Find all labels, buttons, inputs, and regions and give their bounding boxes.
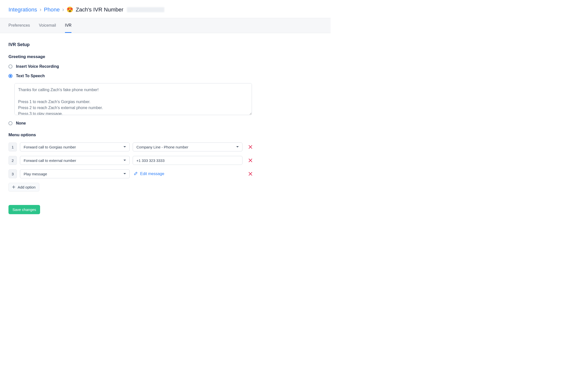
greeting-heading: Greeting message <box>8 54 255 59</box>
menu-action-select[interactable]: Forward call to Gorgias number <box>20 142 130 152</box>
delete-row-button[interactable] <box>248 158 252 162</box>
caret-down-icon <box>123 160 126 161</box>
tts-textarea[interactable] <box>14 83 252 115</box>
menu-digit: 3 <box>8 169 17 178</box>
menu-digit: 2 <box>8 156 17 165</box>
add-option-label: Add option <box>18 185 35 189</box>
greeting-radio-recording[interactable] <box>8 64 12 68</box>
breadcrumb-integrations-link[interactable]: Integrations <box>8 7 37 12</box>
caret-down-icon <box>236 146 239 148</box>
caret-down-icon <box>123 146 126 148</box>
caret-down-icon <box>123 173 126 174</box>
pencil-icon <box>134 172 138 176</box>
save-changes-button[interactable]: Save changes <box>8 205 40 214</box>
menu-action-select[interactable]: Play message <box>20 169 130 178</box>
add-option-button[interactable]: Add option <box>8 183 39 192</box>
redacted-phone-number <box>127 7 164 12</box>
greeting-radio-none-label[interactable]: None <box>16 121 26 126</box>
menu-heading: Menu options <box>8 132 255 138</box>
heart-eyes-emoji-icon: 😍 <box>66 7 73 12</box>
menu-action-select[interactable]: Forward call to external number <box>20 156 130 165</box>
menu-action-value: Forward call to external number <box>24 158 76 163</box>
greeting-radio-tts[interactable] <box>8 74 12 78</box>
breadcrumb-phone-link[interactable]: Phone <box>44 7 60 12</box>
menu-action-value: Play message <box>24 172 47 176</box>
menu-action-value: Forward call to Gorgias number <box>24 145 76 149</box>
menu-digit: 1 <box>8 142 17 152</box>
menu-target-select[interactable]: Company Line - Phone number <box>133 142 242 152</box>
plus-icon <box>12 185 15 189</box>
breadcrumb-title: Zach's IVR Number <box>76 7 123 12</box>
breadcrumb: Integrations › Phone › 😍 Zach's IVR Numb… <box>0 0 331 18</box>
greeting-radio-recording-label[interactable]: Insert Voice Recording <box>16 64 59 69</box>
edit-message-link[interactable]: Edit message <box>134 172 164 176</box>
breadcrumb-separator: › <box>39 7 41 12</box>
page-title: IVR Setup <box>8 42 255 47</box>
menu-row: 3 Play message Edit message <box>8 169 255 178</box>
menu-row: 2 Forward call to external number <box>8 156 255 165</box>
edit-message-label: Edit message <box>140 172 164 176</box>
tabs-bar: Preferences Voicemail IVR <box>0 18 331 33</box>
breadcrumb-separator: › <box>62 7 64 12</box>
menu-target-value: Company Line - Phone number <box>136 145 188 149</box>
greeting-radio-tts-label[interactable]: Text To Speech <box>16 74 45 78</box>
tab-ivr[interactable]: IVR <box>65 18 72 33</box>
tab-preferences[interactable]: Preferences <box>8 18 30 33</box>
delete-row-button[interactable] <box>248 145 252 149</box>
tab-voicemail[interactable]: Voicemail <box>39 18 56 33</box>
menu-target-input[interactable] <box>133 156 242 165</box>
greeting-radio-none[interactable] <box>8 121 12 125</box>
menu-row: 1 Forward call to Gorgias number Company… <box>8 142 255 152</box>
delete-row-button[interactable] <box>248 172 252 176</box>
